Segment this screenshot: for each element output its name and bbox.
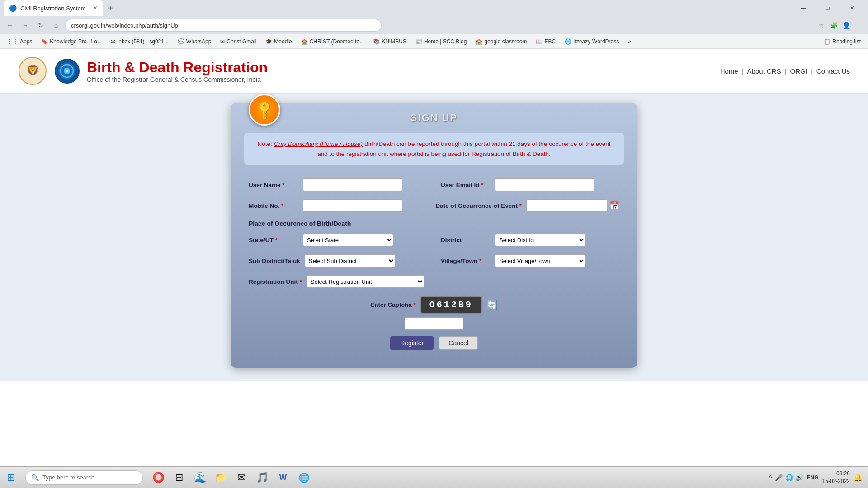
regunit-label: Registration Unit * bbox=[249, 278, 302, 285]
tray-clock[interactable]: 09:26 15-02-2022 bbox=[822, 470, 850, 485]
window-controls: — □ ✕ bbox=[793, 1, 868, 15]
extensions-icon[interactable]: 🧩 bbox=[828, 20, 839, 31]
date-input[interactable] bbox=[526, 199, 608, 212]
site-header: 🦁 Birth & Death Registration Office of t… bbox=[0, 49, 868, 94]
district-select[interactable]: Select District bbox=[495, 234, 585, 246]
date-input-wrap: 📅 bbox=[526, 199, 619, 212]
tray-network-icon[interactable]: 🌐 bbox=[785, 474, 793, 481]
taskbar: ⊞ 🔍 Type here to search ⭕ ⊟ 🌊 📁 ✉ 🎵 W 🌐 … bbox=[0, 466, 868, 488]
taskbar-explorer[interactable]: 📁 bbox=[211, 467, 231, 488]
bookmark-more[interactable]: » bbox=[624, 38, 635, 46]
form-row-1: User Name * User Email Id * bbox=[249, 178, 619, 191]
form-row-2: Mobile No. * Date of Occurrence of Event… bbox=[249, 199, 619, 212]
tray-icons: ^ 🎤 🌐 🔊 bbox=[769, 474, 803, 481]
bookmark-scc[interactable]: 📰 Home | SCC Blog bbox=[412, 38, 470, 46]
bookmark-itzeazy[interactable]: 🌐 Itzeazy-WordPress bbox=[561, 38, 623, 46]
state-select[interactable]: Select State bbox=[303, 234, 393, 246]
bookmark-classroom[interactable]: 🏫 google classroom bbox=[472, 38, 530, 46]
taskbar-taskview[interactable]: ⊟ bbox=[169, 467, 189, 488]
bookmark-inbox[interactable]: ✉ Inbox (581) - sg021... bbox=[107, 38, 172, 46]
emblem-svg: 🦁 bbox=[18, 56, 47, 86]
village-label: Village/Town * bbox=[441, 258, 491, 264]
address-bar[interactable]: crsorgi.gov.in/web/index.php/auth/signUp bbox=[65, 19, 382, 32]
itzeazy-icon: 🌐 bbox=[565, 38, 571, 45]
nav-contact[interactable]: Contact Us bbox=[816, 67, 850, 75]
bookmark-reading[interactable]: 📋 Reading list bbox=[820, 38, 864, 46]
notification-icon[interactable]: 🔔 bbox=[854, 473, 863, 482]
bookmark-whatsapp[interactable]: 💬 WhatsApp bbox=[174, 38, 215, 46]
settings-icon[interactable]: ⋮ bbox=[854, 20, 864, 31]
mobile-input[interactable] bbox=[303, 199, 402, 212]
taskbar-cortana[interactable]: ⭕ bbox=[148, 467, 168, 488]
nav-about[interactable]: About CRS bbox=[747, 67, 781, 75]
language-badge[interactable]: ENG bbox=[807, 474, 819, 481]
forward-button[interactable]: → bbox=[19, 19, 32, 32]
taskbar-edge[interactable]: 🌊 bbox=[190, 467, 210, 488]
calendar-icon[interactable]: 📅 bbox=[609, 201, 619, 211]
site-nav: Home | About CRS | ORGI | Contact Us bbox=[720, 67, 850, 75]
nav-orgi[interactable]: ORGI bbox=[790, 67, 807, 75]
bookmark-christ[interactable]: 🏫 CHRIST (Deemed to... bbox=[297, 38, 368, 46]
classroom-icon: 🏫 bbox=[476, 38, 482, 45]
note-text: Note: Only Domiciliary (Home / House) Bi… bbox=[253, 139, 615, 159]
bookmark-knowledge[interactable]: 🔖 Knowledge Pro | Lo... bbox=[38, 38, 105, 46]
back-button[interactable]: ← bbox=[4, 19, 16, 32]
bookmark-moodle[interactable]: 🎓 Moodle bbox=[262, 38, 295, 46]
whatsapp-icon: 💬 bbox=[178, 38, 184, 45]
taskbar-mail[interactable]: ✉ bbox=[231, 467, 251, 488]
tray-mic-icon[interactable]: 🎤 bbox=[775, 474, 783, 481]
crs-logo-svg bbox=[57, 61, 77, 81]
username-input[interactable] bbox=[303, 178, 402, 191]
key-icon-circle: 🔑 bbox=[249, 94, 280, 126]
village-select[interactable]: Select Village/Town bbox=[495, 254, 585, 267]
start-button[interactable]: ⊞ bbox=[0, 467, 22, 488]
close-tab-button[interactable]: ✕ bbox=[93, 5, 98, 11]
svg-point-5 bbox=[66, 70, 68, 72]
home-button[interactable]: ⌂ bbox=[50, 19, 62, 32]
taskbar-word[interactable]: W bbox=[273, 467, 293, 488]
bookmark-apps[interactable]: ⋮⋮ Apps bbox=[4, 38, 36, 46]
taskbar-tray: ^ 🎤 🌐 🔊 ENG 09:26 15-02-2022 🔔 bbox=[764, 470, 868, 485]
cancel-button[interactable]: Cancel bbox=[439, 336, 478, 350]
bookmark-apps-label: Apps bbox=[20, 38, 32, 45]
bookmark-knimbus[interactable]: 📚 KNIMBUS bbox=[369, 38, 410, 46]
taskbar-apps: ⭕ ⊟ 🌊 📁 ✉ 🎵 W 🌐 bbox=[148, 467, 314, 488]
mobile-label: Mobile No. * bbox=[249, 202, 298, 209]
subdistrict-select[interactable]: Select Sub District bbox=[305, 254, 395, 267]
bookmark-ebc[interactable]: 📖 EBC bbox=[532, 38, 559, 46]
username-label: User Name * bbox=[249, 182, 298, 188]
taskbar-media[interactable]: 🎵 bbox=[252, 467, 272, 488]
maximize-button[interactable]: □ bbox=[817, 1, 838, 15]
site-title: Birth & Death Registration bbox=[87, 59, 268, 76]
email-input[interactable] bbox=[495, 178, 594, 191]
regunit-group: Registration Unit * Select Registration … bbox=[249, 275, 619, 288]
tray-chevron[interactable]: ^ bbox=[769, 474, 772, 481]
new-tab-button[interactable]: + bbox=[103, 1, 118, 15]
captcha-refresh-button[interactable]: 🔄 bbox=[486, 300, 498, 310]
taskbar-search[interactable]: 🔍 Type here to search bbox=[25, 470, 143, 485]
district-group: District Select District bbox=[441, 234, 619, 246]
tray-volume-icon[interactable]: 🔊 bbox=[796, 474, 803, 481]
register-button[interactable]: Register bbox=[390, 336, 434, 350]
national-emblem: 🦁 bbox=[18, 56, 47, 86]
state-group: State/UT * Select State bbox=[249, 234, 427, 246]
refresh-button[interactable]: ↻ bbox=[34, 19, 47, 32]
bookmark-gmail[interactable]: ✉ Christ Gmail bbox=[217, 38, 260, 46]
bookmark-icon[interactable]: ☆ bbox=[816, 20, 826, 31]
date-group: Date of Occurrence of Event * 📅 bbox=[435, 199, 619, 212]
regunit-select[interactable]: Select Registration Unit bbox=[307, 275, 424, 288]
minimize-button[interactable]: — bbox=[793, 1, 814, 15]
form-wrapper: 🔑 SIGN UP Note: Only Domiciliary (Home /… bbox=[0, 94, 868, 381]
key-icon: 🔑 bbox=[253, 99, 276, 122]
place-section-title: Place of Occurence of Birth/Death bbox=[249, 220, 619, 227]
active-tab[interactable]: 🔵 Civil Registration System ✕ bbox=[4, 0, 103, 16]
close-button[interactable]: ✕ bbox=[842, 1, 863, 15]
form-title-bar: SIGN UP bbox=[231, 103, 637, 128]
page-content: 🦁 Birth & Death Registration Office of t… bbox=[0, 49, 868, 381]
nav-home[interactable]: Home bbox=[720, 67, 738, 75]
apps-icon: ⋮⋮ bbox=[7, 38, 18, 45]
captcha-input[interactable] bbox=[405, 317, 463, 330]
profile-icon[interactable]: 👤 bbox=[841, 20, 852, 31]
taskbar-chrome[interactable]: 🌐 bbox=[294, 467, 314, 488]
date-label: Date of Occurrence of Event * bbox=[435, 202, 522, 209]
